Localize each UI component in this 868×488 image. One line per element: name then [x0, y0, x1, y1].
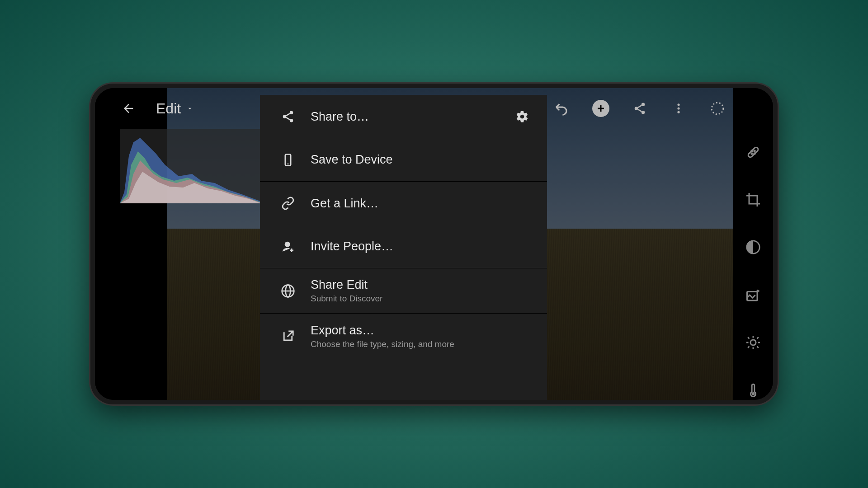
presets-tool-button[interactable]	[743, 285, 763, 305]
svg-point-23	[752, 393, 754, 395]
bandage-icon	[745, 144, 761, 160]
menu-export-label: Export as…	[311, 324, 529, 338]
svg-point-4	[677, 107, 679, 109]
menu-get-link-label: Get a Link…	[311, 197, 529, 211]
sync-dotted-circle-icon	[710, 101, 725, 116]
arrow-left-icon	[122, 101, 136, 116]
menu-get-link[interactable]: Get a Link…	[260, 182, 547, 225]
menu-invite-people-label: Invite People…	[311, 239, 529, 253]
svg-point-1	[635, 107, 638, 110]
svg-point-0	[642, 103, 645, 107]
menu-share-edit-label: Share Edit	[311, 278, 529, 292]
more-vertical-icon	[672, 102, 685, 115]
svg-point-18	[751, 153, 752, 154]
menu-share-edit-sub: Submit to Discover	[311, 294, 529, 304]
add-button[interactable]	[592, 99, 610, 117]
editor-canvas: Edit	[95, 88, 733, 400]
svg-point-5	[677, 111, 679, 113]
person-add-icon	[281, 239, 295, 254]
menu-invite-people[interactable]: Invite People…	[260, 225, 547, 268]
svg-point-17	[754, 153, 755, 154]
svg-point-22	[750, 340, 756, 345]
edit-mode-dropdown[interactable]: Edit	[156, 100, 193, 117]
share-icon	[633, 102, 646, 115]
chevron-down-icon	[186, 105, 193, 112]
svg-point-12	[285, 241, 290, 247]
image-sparkle-icon	[745, 287, 761, 303]
menu-export-sub: Choose the file type, sizing, and more	[311, 339, 529, 349]
smartphone-icon	[281, 153, 295, 167]
circle-half-icon	[745, 239, 761, 255]
histogram-chart	[120, 129, 260, 203]
share-button[interactable]	[631, 99, 649, 117]
globe-icon	[281, 284, 295, 298]
crop-tool-button[interactable]	[743, 190, 763, 209]
masking-tool-button[interactable]	[743, 238, 763, 257]
menu-share-to[interactable]: Share to…	[260, 95, 547, 138]
histogram-panel[interactable]	[120, 129, 260, 203]
edit-label: Edit	[156, 100, 181, 117]
gear-icon	[515, 110, 529, 123]
more-button[interactable]	[670, 99, 688, 117]
svg-point-19	[754, 150, 755, 151]
phone-frame: Edit	[90, 84, 778, 404]
crop-icon	[745, 192, 761, 208]
cloud-sync-button[interactable]	[708, 99, 726, 117]
svg-point-16	[751, 150, 752, 151]
thermometer-icon	[745, 382, 761, 398]
menu-export-as[interactable]: Export as… Choose the file type, sizing,…	[260, 314, 547, 359]
menu-save-to-device[interactable]: Save to Device	[260, 138, 547, 182]
color-tool-button[interactable]	[743, 380, 763, 400]
share-menu: Share to… Save to Device	[260, 95, 547, 400]
undo-icon	[554, 101, 570, 116]
back-button[interactable]	[120, 99, 138, 117]
svg-point-9	[290, 119, 293, 122]
right-tool-rail	[733, 88, 773, 400]
share-icon	[281, 110, 295, 123]
svg-point-8	[283, 115, 287, 118]
svg-point-7	[290, 111, 293, 115]
screen: Edit	[95, 88, 773, 400]
sun-icon	[745, 334, 761, 351]
svg-rect-15	[747, 146, 759, 158]
menu-share-to-label: Share to…	[311, 110, 515, 124]
share-settings-button[interactable]	[515, 110, 529, 123]
svg-point-6	[712, 103, 723, 114]
link-icon	[281, 197, 295, 210]
undo-button[interactable]	[553, 99, 571, 117]
svg-point-3	[677, 103, 679, 106]
menu-save-device-label: Save to Device	[311, 153, 529, 167]
export-icon	[281, 329, 295, 343]
healing-tool-button[interactable]	[743, 142, 763, 162]
plus-icon	[595, 103, 606, 114]
menu-share-edit[interactable]: Share Edit Submit to Discover	[260, 268, 547, 314]
light-tool-button[interactable]	[743, 333, 763, 352]
svg-point-2	[642, 111, 645, 114]
